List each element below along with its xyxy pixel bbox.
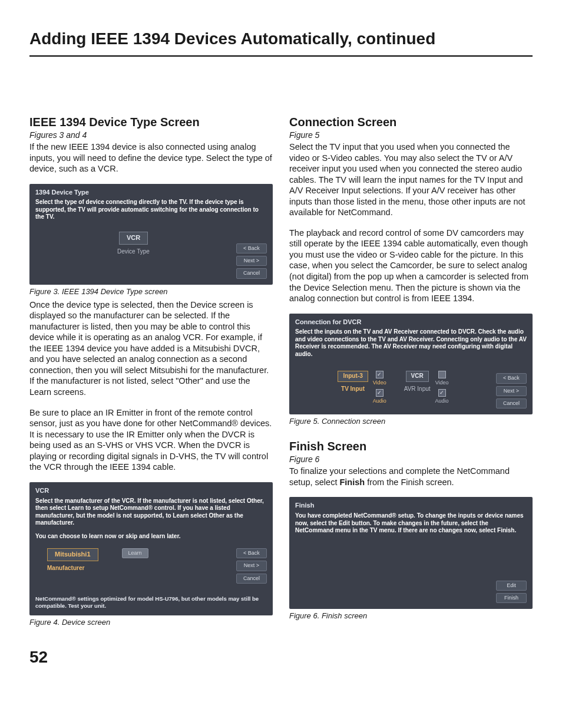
avr-video-label: Video (435, 380, 449, 386)
para-connection-1: Select the TV input that you used when y… (289, 141, 533, 218)
avr-audio-checkbox[interactable]: ✓ (438, 389, 446, 397)
figure-6-screenshot: Finish You have completed NetCommand® se… (289, 497, 533, 609)
figure-3-screenshot: 1394 Device Type Select the type of devi… (29, 184, 273, 285)
heading-connection: Connection Screen (289, 116, 533, 129)
avr-input-field[interactable]: VCR (406, 371, 429, 382)
back-button[interactable]: < Back (236, 243, 267, 253)
columns: IEEE 1394 Device Type Screen Figures 3 a… (29, 116, 533, 630)
back-button[interactable]: < Back (236, 548, 267, 558)
shot6-title: Finish (295, 502, 527, 510)
next-button[interactable]: Next > (236, 561, 267, 571)
cancel-button[interactable]: Cancel (236, 268, 267, 278)
tv-input-label: TV Input (341, 386, 365, 393)
figure-3-caption: Figure 3. IEEE 1394 Device Type screen (29, 287, 273, 296)
shot5-instructions: Select the inputs on the TV and AV Recei… (295, 328, 527, 358)
right-column: Connection Screen Figure 5 Select the TV… (289, 116, 533, 630)
avr-input-label: AVR Input (404, 386, 431, 393)
tv-video-checkbox[interactable]: ✓ (376, 371, 384, 378)
para-connection-2: The playback and record control of some … (289, 228, 533, 304)
avr-audio-label: Audio (435, 398, 449, 404)
tv-video-label: Video (373, 380, 386, 386)
shot5-title: Connection for DVCR (295, 318, 527, 327)
page-title: Adding IEEE 1394 Devices Automatically, … (29, 29, 533, 57)
edit-button[interactable]: Edit (496, 581, 527, 591)
page-number: 52 (29, 648, 533, 667)
heading-device-type: IEEE 1394 Device Type Screen (29, 116, 273, 129)
shot4-title: VCR (35, 487, 267, 495)
shot4-subtext: You can choose to learn now or skip and … (35, 533, 267, 541)
avr-video-checkbox[interactable] (438, 371, 446, 378)
figure-5-screenshot: Connection for DVCR Select the inputs on… (289, 314, 533, 415)
figure-5-caption: Figure 5. Connection screen (289, 417, 533, 426)
cancel-button[interactable]: Cancel (496, 398, 527, 409)
learn-button[interactable]: Learn (122, 548, 148, 558)
manufacturer-label: Manufacturer (47, 565, 84, 572)
heading-finish: Finish Screen (289, 440, 533, 453)
device-type-label: Device Type (117, 248, 150, 256)
figure-6-caption: Figure 6. Finish screen (289, 611, 533, 620)
shot6-instructions: You have completed NetCommand® setup. To… (295, 512, 527, 535)
cancel-button[interactable]: Cancel (236, 574, 267, 584)
next-button[interactable]: Next > (236, 256, 267, 266)
page: Adding IEEE 1394 Devices Automatically, … (0, 0, 562, 684)
para-ir-emitter: Be sure to place an IR Emitter in front … (29, 407, 273, 473)
finish-bold: Finish (339, 477, 365, 487)
left-column: IEEE 1394 Device Type Screen Figures 3 a… (29, 116, 273, 630)
shot4-instructions: Select the manufacturer of the VCR. If t… (35, 498, 267, 527)
figure-ref-6: Figure 6 (289, 454, 533, 464)
figure-ref-5: Figure 5 (289, 130, 533, 140)
tv-input-field[interactable]: Input-3 (338, 371, 368, 382)
shot3-title: 1394 Device Type (35, 189, 267, 197)
figure-4-screenshot: VCR Select the manufacturer of the VCR. … (29, 482, 273, 615)
tv-audio-checkbox[interactable]: ✓ (376, 389, 384, 397)
shot4-footer: NetCommand® settings optimized for model… (35, 595, 267, 610)
manufacturer-field[interactable]: Mitsubishi1 (47, 548, 98, 561)
figure-ref-3-4: Figures 3 and 4 (29, 130, 273, 140)
para-device-type-intro: If the new IEEE 1394 device is also conn… (29, 141, 273, 174)
para-finish: To finalize your selections and complete… (289, 466, 533, 487)
para-finish-c: from the Finish screen. (365, 477, 454, 487)
next-button[interactable]: Next > (496, 386, 527, 396)
finish-button[interactable]: Finish (496, 593, 527, 603)
shot3-instructions: Select the type of device connecting dir… (35, 199, 267, 221)
tv-audio-label: Audio (373, 398, 386, 404)
back-button[interactable]: < Back (496, 373, 527, 383)
figure-4-caption: Figure 4. Device screen (29, 618, 273, 627)
para-device-screen: Once the device type is selected, then t… (29, 299, 273, 398)
device-type-field[interactable]: VCR (119, 232, 148, 245)
